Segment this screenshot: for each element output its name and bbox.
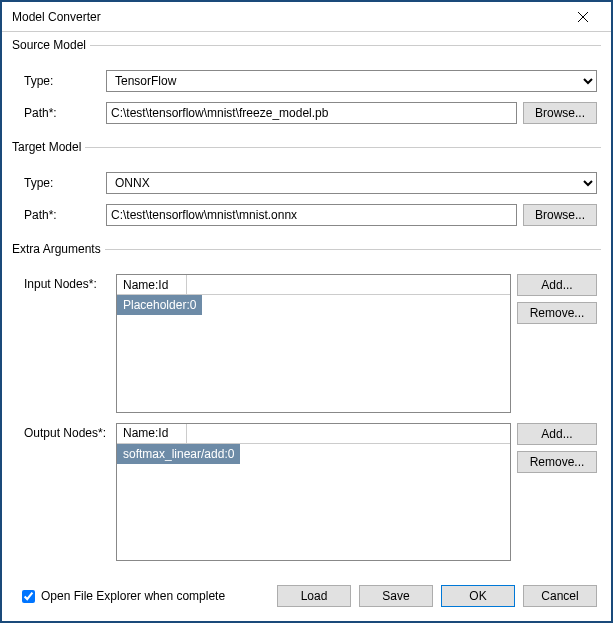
titlebar: Model Converter [2, 2, 611, 32]
load-button[interactable]: Load [277, 585, 351, 607]
window-title: Model Converter [12, 10, 101, 24]
target-type-label: Type: [16, 176, 106, 190]
source-legend: Source Model [12, 38, 90, 52]
extra-legend: Extra Arguments [12, 242, 105, 256]
input-nodes-body: Placeholder:0 [117, 295, 510, 412]
input-remove-button[interactable]: Remove... [517, 302, 597, 324]
input-add-button[interactable]: Add... [517, 274, 597, 296]
open-explorer-label: Open File Explorer when complete [41, 589, 225, 603]
output-nodes-label: Output Nodes*: [16, 423, 116, 562]
dialog-content: Source Model Type: TensorFlow Path*: Bro… [2, 32, 611, 621]
input-nodes-header-cell: Name:Id [117, 275, 187, 294]
source-type-select[interactable]: TensorFlow [106, 70, 597, 92]
target-path-input[interactable] [106, 204, 517, 226]
cancel-button[interactable]: Cancel [523, 585, 597, 607]
target-type-select[interactable]: ONNX [106, 172, 597, 194]
open-explorer-checkbox[interactable] [22, 590, 35, 603]
target-browse-button[interactable]: Browse... [523, 204, 597, 226]
input-nodes-label: Input Nodes*: [16, 274, 116, 413]
close-button[interactable] [563, 3, 603, 31]
source-model-group: Source Model Type: TensorFlow Path*: Bro… [12, 38, 601, 138]
output-nodes-header: Name:Id [117, 424, 510, 444]
input-nodes-header: Name:Id [117, 275, 510, 295]
input-nodes-list[interactable]: Name:Id Placeholder:0 [116, 274, 511, 413]
output-nodes-list[interactable]: Name:Id softmax_linear/add:0 [116, 423, 511, 562]
output-add-button[interactable]: Add... [517, 423, 597, 445]
output-remove-button[interactable]: Remove... [517, 451, 597, 473]
output-nodes-header-cell: Name:Id [117, 424, 187, 443]
output-node-item[interactable]: softmax_linear/add:0 [117, 444, 240, 464]
target-path-label: Path*: [16, 208, 106, 222]
source-path-label: Path*: [16, 106, 106, 120]
source-path-input[interactable] [106, 102, 517, 124]
source-browse-button[interactable]: Browse... [523, 102, 597, 124]
target-model-group: Target Model Type: ONNX Path*: Browse... [12, 140, 601, 240]
close-icon [578, 12, 588, 22]
input-node-item[interactable]: Placeholder:0 [117, 295, 202, 315]
source-type-label: Type: [16, 74, 106, 88]
output-nodes-body: softmax_linear/add:0 [117, 444, 510, 561]
ok-button[interactable]: OK [441, 585, 515, 607]
open-explorer-checkbox-wrap[interactable]: Open File Explorer when complete [16, 589, 225, 603]
save-button[interactable]: Save [359, 585, 433, 607]
extra-arguments-group: Extra Arguments Input Nodes*: Name:Id Pl… [12, 242, 601, 575]
footer-bar: Open File Explorer when complete Load Sa… [12, 575, 601, 611]
target-legend: Target Model [12, 140, 85, 154]
